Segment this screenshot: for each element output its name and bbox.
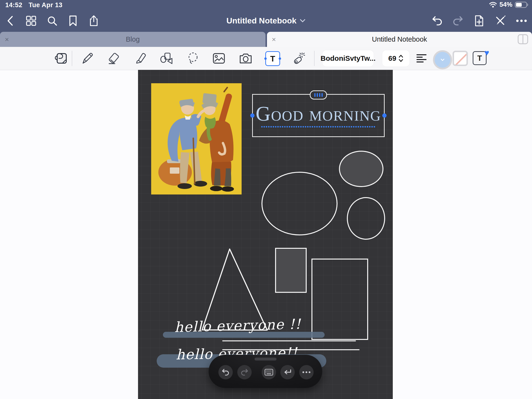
undo-icon — [222, 369, 230, 376]
text-tool-icon: T — [270, 54, 275, 63]
eraser-tool[interactable] — [108, 52, 120, 65]
font-family-label: BodoniSvtyTw... — [321, 54, 376, 63]
selection-dot — [279, 57, 281, 60]
good-morning-heading: Good morning — [256, 103, 381, 124]
ellipse-shape-filled[interactable] — [339, 151, 383, 187]
status-time: 14:52 — [5, 1, 22, 9]
font-size-value: 69 — [388, 54, 396, 63]
resize-handle-left[interactable] — [250, 113, 254, 118]
float-more-button[interactable] — [299, 365, 314, 379]
highlighter-icon — [134, 52, 147, 65]
tab-blog-label: Blog — [0, 35, 266, 43]
handwriting-hello-everyone[interactable]: hello everyone !! — [174, 316, 301, 335]
pen-icon — [81, 52, 94, 65]
ink-line[interactable] — [222, 340, 356, 341]
redo-button[interactable] — [452, 15, 464, 27]
tab-blog[interactable]: × Blog — [0, 32, 266, 47]
heart-badge-icon: ♥ — [484, 48, 489, 57]
background-color-swatch[interactable] — [453, 51, 468, 66]
undo-icon — [432, 16, 443, 26]
vintage-tramps-image[interactable] — [151, 83, 242, 195]
camera-tool[interactable] — [239, 53, 252, 64]
split-view-icon — [518, 34, 528, 44]
lasso-icon — [186, 52, 199, 65]
camera-icon — [239, 53, 252, 64]
shapes-icon — [159, 52, 173, 65]
shapes-tool[interactable] — [159, 52, 173, 65]
battery-percent: 54% — [500, 1, 512, 8]
selection-dot — [264, 57, 267, 60]
text-color-swatch[interactable] — [433, 50, 452, 69]
drag-handle[interactable] — [254, 358, 277, 361]
return-icon — [284, 369, 291, 376]
laser-pointer-tool[interactable] — [291, 52, 305, 65]
font-family-button[interactable]: BodoniSvtyTw... — [323, 50, 374, 66]
toolbar-divider — [314, 51, 315, 66]
add-page-button[interactable] — [473, 15, 485, 27]
tools-toolbar: T BodoniSvtyTw... 69 — [0, 47, 532, 70]
float-redo-button[interactable] — [237, 365, 252, 379]
ellipse-shape-large[interactable] — [261, 172, 337, 235]
text-style-favorite-button[interactable]: T ♥ — [473, 51, 487, 65]
float-undo-button[interactable] — [218, 365, 233, 379]
toolbar-divider — [72, 51, 72, 66]
float-keyboard-button[interactable] — [262, 365, 276, 379]
redo-icon — [241, 369, 248, 376]
keyboard-icon — [265, 369, 273, 376]
chevron-down-icon — [440, 58, 445, 61]
eraser-icon — [108, 52, 120, 65]
notebook-page-canvas[interactable]: Good morning hello everyone !! hello eve… — [138, 70, 393, 399]
notebook-title-label: Untitled Notebook — [227, 16, 297, 25]
more-ellipsis-icon — [516, 19, 527, 22]
navigation-bar: Untitled Notebook — [0, 10, 532, 32]
status-bar: 14:52Tue Apr 13 54% — [0, 0, 532, 10]
tab-untitled-notebook[interactable]: × Untitled Notebook — [267, 32, 532, 47]
no-color-diagonal — [455, 52, 468, 66]
split-view-button[interactable] — [518, 34, 528, 44]
stepper-chevrons-icon — [398, 54, 404, 63]
pencil-x-icon — [495, 16, 506, 26]
text-box-drag-handle[interactable] — [310, 90, 327, 100]
chevron-down-icon — [300, 19, 305, 23]
redo-icon — [452, 16, 463, 26]
status-clock: 14:52Tue Apr 13 — [5, 1, 63, 9]
laser-pointer-icon — [291, 52, 305, 65]
document-edit-button[interactable] — [55, 53, 67, 64]
floating-toolbar[interactable] — [209, 355, 322, 388]
more-ellipsis-icon — [302, 371, 310, 373]
circle-shape[interactable] — [347, 197, 385, 240]
text-align-button[interactable] — [417, 54, 427, 63]
tab-untitled-label: Untitled Notebook — [267, 35, 532, 43]
font-size-stepper[interactable]: 69 — [382, 50, 410, 66]
highlighter-tool[interactable] — [134, 52, 147, 65]
resize-handle-right[interactable] — [382, 113, 386, 118]
text-style-icon: T — [477, 54, 482, 63]
image-icon — [213, 53, 225, 64]
float-return-button[interactable] — [280, 365, 295, 379]
more-button[interactable] — [515, 15, 528, 27]
rectangle-shape-outline[interactable] — [311, 259, 368, 340]
dotted-underline — [261, 126, 376, 128]
status-date: Tue Apr 13 — [29, 1, 63, 9]
undo-button[interactable] — [431, 15, 443, 27]
image-tool[interactable] — [213, 53, 225, 64]
lasso-tool[interactable] — [186, 52, 199, 65]
document-edit-icon — [55, 53, 67, 64]
rectangle-shape-filled[interactable] — [275, 248, 307, 293]
add-page-icon — [475, 15, 484, 26]
battery-icon — [515, 1, 529, 8]
pen-mode-toggle-button[interactable] — [494, 15, 507, 27]
align-left-icon — [417, 54, 427, 63]
tab-bar: × Blog × Untitled Notebook — [0, 32, 532, 47]
selected-text-box[interactable]: Good morning — [252, 94, 385, 137]
goodnotes-screen: 14:52Tue Apr 13 54% — [0, 0, 532, 399]
pen-tool[interactable] — [81, 52, 94, 65]
text-tool[interactable]: T — [265, 51, 280, 66]
wifi-icon — [489, 1, 497, 8]
